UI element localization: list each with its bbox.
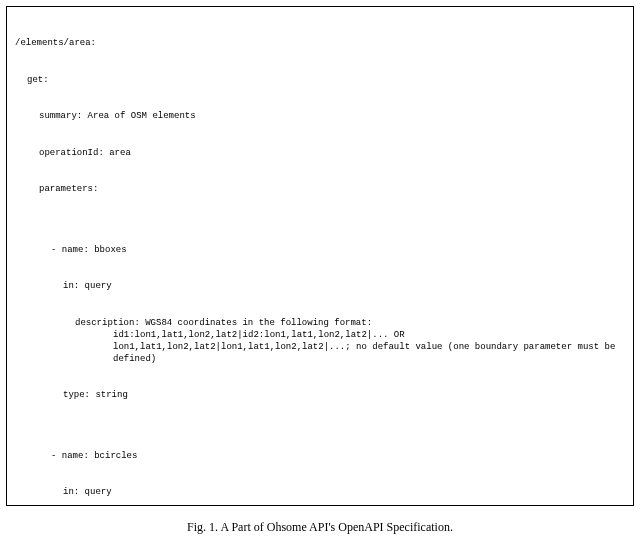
param-in-line: in: query [15, 280, 625, 292]
yaml-code: /elements/area: get: summary: Area of OS… [15, 13, 625, 506]
param-in-line: in: query [15, 486, 625, 498]
param-name-line: - name: bcircles [15, 450, 625, 462]
param-in-value: query [85, 281, 112, 291]
operationid-value: area [109, 148, 131, 158]
param-name-key: - name: [51, 245, 94, 255]
param-in-key: in: [63, 487, 85, 497]
param-type-line: type: string [15, 389, 625, 401]
param-desc-key: description: [75, 318, 145, 328]
param-in-key: in: [63, 281, 85, 291]
code-listing-frame: /elements/area: get: summary: Area of OS… [6, 6, 634, 506]
param-name-value: bcircles [94, 451, 137, 461]
param-desc-line: description: WGS84 coordinates in the fo… [15, 317, 625, 366]
operationid-key: operationId: [39, 148, 109, 158]
method-line: get: [15, 74, 625, 86]
param-type-key: type: [63, 390, 95, 400]
summary-value: Area of OSM elements [88, 111, 196, 121]
param-desc-value: WGS84 coordinates in the following forma… [113, 318, 621, 364]
param-name-line: - name: bboxes [15, 244, 625, 256]
summary-line: summary: Area of OSM elements [15, 110, 625, 122]
operationid-line: operationId: area [15, 147, 625, 159]
parameters-key: parameters: [15, 183, 625, 195]
figure-caption: Fig. 1. A Part of Ohsome API's OpenAPI S… [0, 520, 640, 535]
summary-key: summary: [39, 111, 88, 121]
param-type-value: string [95, 390, 127, 400]
path-line: /elements/area: [15, 37, 625, 49]
param-name-value: bboxes [94, 245, 126, 255]
param-in-value: query [85, 487, 112, 497]
param-name-key: - name: [51, 451, 94, 461]
